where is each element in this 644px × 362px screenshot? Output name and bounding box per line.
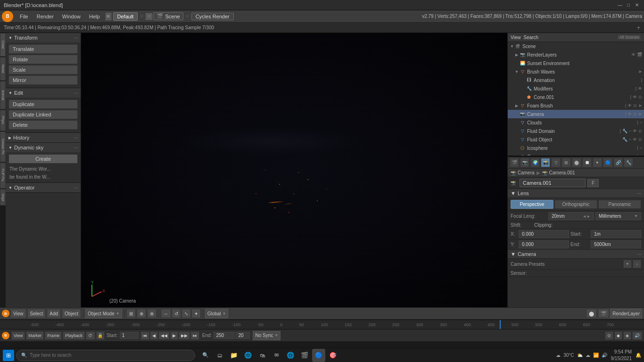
- camera-name-input[interactable]: [520, 179, 586, 187]
- outliner-tab-view[interactable]: View: [511, 35, 521, 40]
- side-tab-flip[interactable]: FLIP Flu.: [0, 163, 6, 189]
- edit-header[interactable]: ▼ Edit ···: [6, 88, 81, 98]
- close-button[interactable]: ✕: [634, 2, 640, 8]
- taskbar-blender-icon[interactable]: 🔵: [312, 349, 325, 362]
- prop-icon-scene[interactable]: 🎬: [510, 158, 519, 167]
- focal-length-value[interactable]: 20mm ◄►: [548, 212, 594, 220]
- play-btn[interactable]: ▶: [170, 331, 178, 340]
- select-btn[interactable]: Select: [27, 309, 46, 318]
- camera-section-header[interactable]: ▼ Camera ···: [508, 250, 644, 259]
- audio-btn[interactable]: 🔊: [632, 331, 642, 340]
- bc-camera2[interactable]: Camera.001: [549, 170, 575, 175]
- side-tab-display[interactable]: Displ: [0, 189, 6, 206]
- lock-icon[interactable]: 🔒: [96, 331, 105, 340]
- translate-button[interactable]: Translate: [8, 44, 78, 54]
- timeline-marker-btn[interactable]: Marker: [26, 331, 44, 340]
- prop-icon-modifiers[interactable]: 🔧: [624, 158, 633, 167]
- start-value[interactable]: 1m: [591, 230, 641, 238]
- keyframe2-btn[interactable]: ◈: [623, 331, 631, 340]
- renderlayer-dropdown[interactable]: RenderLayer: [610, 309, 642, 318]
- tree-eye-icon[interactable]: 👁: [631, 52, 636, 57]
- delete-button[interactable]: Delete: [8, 120, 78, 130]
- create-button[interactable]: Create: [8, 154, 78, 164]
- object-btn[interactable]: Object: [62, 309, 81, 318]
- tb-viewport-shading[interactable]: ⬤: [586, 309, 597, 318]
- prop-icon-particles[interactable]: ✦: [593, 158, 602, 167]
- perspective-tab[interactable]: Perspective: [511, 200, 553, 209]
- tb-snap2-btn[interactable]: ⊗: [147, 309, 157, 318]
- lens-section-header[interactable]: ▼ Lens ···: [508, 189, 644, 198]
- step-back-btn[interactable]: ◀: [150, 331, 158, 340]
- add-btn[interactable]: Add: [47, 309, 61, 318]
- side-tab-create[interactable]: Creat: [0, 33, 6, 57]
- x-value[interactable]: 0.000: [519, 230, 569, 238]
- all-scenes-btn[interactable]: All Scenes: [617, 34, 641, 40]
- prop-icon-camera[interactable]: 📸: [541, 158, 550, 167]
- prop-icon-constraints[interactable]: 🔗: [613, 158, 623, 167]
- end-frame-input[interactable]: [214, 332, 235, 339]
- prop-icon-object[interactable]: ▽: [551, 158, 561, 167]
- dynamic-sky-header[interactable]: ▼ Dynamic sky ···: [6, 143, 81, 152]
- maximize-button[interactable]: □: [625, 2, 632, 8]
- tree-foam-brush[interactable]: ▶ ▽ Foam Brush | 👁 ⊙ ➤: [508, 101, 644, 110]
- viewport[interactable]: X Y (20) Camera: [81, 33, 507, 307]
- prop-icon-physics[interactable]: 🔵: [603, 158, 612, 167]
- start-frame-input[interactable]: [120, 332, 139, 339]
- expand-button[interactable]: +: [637, 25, 640, 31]
- tree-cone001[interactable]: ⬟ Cone.001 | 👁 ⊙: [508, 93, 644, 101]
- prop-icon-world[interactable]: 🌍: [530, 158, 540, 167]
- history-header[interactable]: ▶ History ···: [6, 133, 81, 142]
- tree-animation[interactable]: 🎞 Animation |: [508, 76, 644, 84]
- taskbar-store-icon[interactable]: 🛍: [256, 349, 269, 362]
- tree-fluid-object[interactable]: ▽ Fluid Object 🔧 ~ 👁 ⊙: [508, 135, 644, 144]
- tree-modifiers[interactable]: 🔧 Modifiers | 👁: [508, 84, 644, 93]
- render-engine-selector[interactable]: Cycles Render: [191, 13, 234, 20]
- taskbar-mail-icon[interactable]: ✉: [270, 349, 283, 362]
- scene-selector[interactable]: 🎬 Scene: [153, 12, 183, 20]
- speaker-icon[interactable]: 🔊: [602, 353, 607, 358]
- global-dropdown[interactable]: Global ▼: [205, 309, 229, 318]
- windows-start-button[interactable]: ⊞: [3, 350, 14, 361]
- go-end-btn[interactable]: ⏭: [190, 331, 199, 340]
- side-tab-relations[interactable]: Relati: [0, 57, 6, 81]
- taskbar-chrome-icon[interactable]: 🌐: [284, 349, 297, 362]
- prop-icon-texture[interactable]: 🔲: [582, 158, 592, 167]
- tree-scene[interactable]: ▼ 🎬 Scene: [508, 42, 644, 50]
- object-mode-dropdown[interactable]: Object Mode ▼: [85, 309, 122, 318]
- millimeters-select[interactable]: Millimeters ▼: [595, 212, 641, 220]
- clock[interactable]: 9:54 PM 9/15/2021: [611, 349, 632, 362]
- preset-add-btn[interactable]: +: [623, 260, 632, 268]
- tree-clouds[interactable]: ▽ Clouds | ~: [508, 118, 644, 127]
- step-forward-btn[interactable]: ▶▶: [179, 331, 190, 340]
- menu-render[interactable]: Render: [33, 13, 58, 20]
- sync-icon[interactable]: ⏱: [86, 331, 95, 340]
- taskbar-search[interactable]: 🔍 Type here to search: [16, 350, 195, 361]
- view-btn[interactable]: View: [10, 309, 26, 318]
- tb-scale-btn[interactable]: ⤡: [182, 309, 191, 318]
- scale-button[interactable]: Scale: [8, 65, 78, 74]
- play-reverse-btn[interactable]: ◀◀: [158, 331, 170, 340]
- prop-icon-renderlayer[interactable]: 📷: [520, 158, 529, 167]
- keyframe-btn[interactable]: ◆: [614, 331, 622, 340]
- taskbar-taskview-icon[interactable]: 🗂: [213, 349, 226, 362]
- tree-renderlayers[interactable]: ▶ 📷 RenderLayers 👁 🎬: [508, 50, 644, 59]
- taskbar-explorer-icon[interactable]: 📁: [227, 349, 240, 362]
- side-tab-physics[interactable]: Physi.: [0, 110, 6, 131]
- notification-icon[interactable]: 🔔: [636, 353, 641, 358]
- tree-sunset-env[interactable]: 🌅 Sunset Environment: [508, 59, 644, 67]
- workspace-selector[interactable]: Default: [113, 12, 138, 21]
- y-value[interactable]: 0.000: [519, 240, 569, 248]
- tree-brush-waves[interactable]: ▼ ▽ Brush Waves ➤: [508, 67, 644, 76]
- tb-layer-btn[interactable]: ⊞: [126, 309, 136, 318]
- end-value[interactable]: 5000km: [591, 240, 641, 248]
- rotate-button[interactable]: Rotate: [8, 55, 78, 64]
- tb-transform-btn[interactable]: ✦: [191, 309, 201, 318]
- mirror-button[interactable]: Mirror: [8, 75, 78, 85]
- tree-icosphere[interactable]: ⬡ Icosphere | ~: [508, 144, 644, 152]
- go-start-btn[interactable]: ⏮: [140, 331, 149, 340]
- prop-icon-material[interactable]: ⬤: [572, 158, 581, 167]
- tb-render-btn[interactable]: 🎬: [598, 309, 609, 318]
- wifi-icon[interactable]: 📶: [593, 353, 599, 358]
- outliner-tab-search[interactable]: Search: [524, 35, 539, 40]
- duplicate-button[interactable]: Duplicate: [8, 99, 78, 109]
